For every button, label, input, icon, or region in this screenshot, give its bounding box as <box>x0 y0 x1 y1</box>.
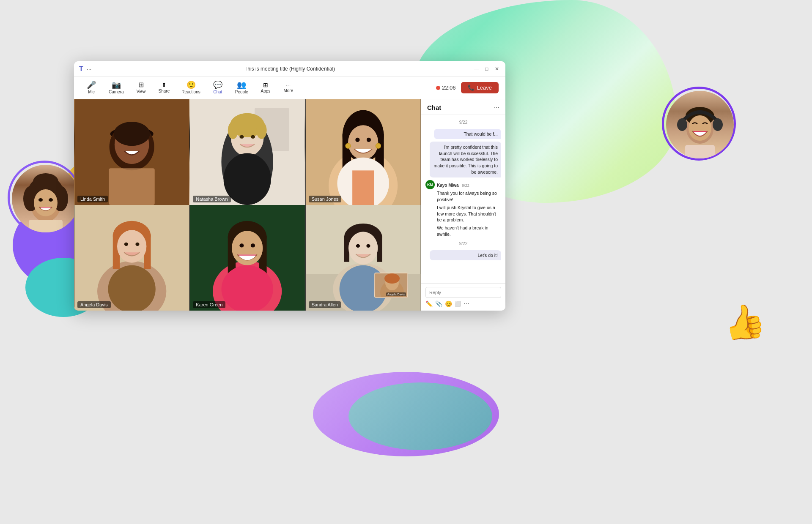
leave-icon: 📞 <box>468 85 475 91</box>
video-label-susan: Susan Jones <box>309 196 342 202</box>
toolbar-right: 22:06 📞 Leave <box>436 82 499 93</box>
svg-point-43 <box>345 143 350 148</box>
reactions-label: Reactions <box>181 90 200 94</box>
tool-share[interactable]: ⬆ Share <box>154 80 175 95</box>
chat-timestamp-2: 9/22 <box>425 241 501 246</box>
avatar-img-left <box>12 165 80 232</box>
chat-text-kayo: Thank you for always being so positive! <box>437 190 501 202</box>
chat-timestamp-1: 9/22 <box>425 120 501 125</box>
svg-point-6 <box>38 198 43 202</box>
svg-rect-14 <box>685 145 715 158</box>
video-label-angela-davis: Angela Davis <box>77 301 111 308</box>
video-label-natasha: Natasha Brown <box>193 196 230 202</box>
video-cell-angela-davis: Angela Davis <box>74 205 189 311</box>
share-icon: ⬆ <box>162 82 167 88</box>
chat-tool-format[interactable]: ⬜ <box>455 301 461 307</box>
svg-point-64 <box>240 243 244 247</box>
chat-sender-name-kayo: Kayo Miwa <box>437 183 459 188</box>
close-button[interactable]: ✕ <box>494 66 500 72</box>
inset-video-label: Angela Davis <box>386 292 406 296</box>
toolbar: 🎤 Mic 📷 Camera ⊞ View ⬆ Share 🙂 Reaction… <box>74 76 505 99</box>
video-cell-natasha: Natasha Brown <box>189 99 305 205</box>
window-controls: — □ ✕ <box>473 66 500 72</box>
chat-avatar-kayo: KM <box>425 180 435 189</box>
svg-point-56 <box>108 265 156 311</box>
svg-point-33 <box>224 153 271 205</box>
camera-label: Camera <box>109 90 124 94</box>
more-label: More <box>283 88 293 93</box>
app-window: T ··· This is meeting title (Highly Conf… <box>74 61 505 311</box>
video-cell-karen: Karen Green <box>189 205 305 311</box>
svg-point-40 <box>348 125 378 160</box>
chat-icon: 💬 <box>213 81 222 89</box>
svg-point-77 <box>366 244 370 248</box>
svg-point-55 <box>135 243 139 246</box>
svg-rect-46 <box>352 170 374 205</box>
svg-point-31 <box>240 135 244 139</box>
chat-sender-time-kayo: 9/22 <box>462 183 469 188</box>
tool-reactions[interactable]: 🙂 Reactions <box>176 79 205 96</box>
leave-button[interactable]: 📞 Leave <box>461 82 499 93</box>
video-cell-susan: Susan Jones <box>305 99 421 205</box>
svg-rect-8 <box>29 220 63 232</box>
chat-message-kayo: KM Kayo Miwa 9/22 Thank you for always b… <box>425 180 501 237</box>
chat-messages: 9/22 That would be f... I'm pretty confi… <box>421 115 505 283</box>
svg-point-22 <box>114 122 150 146</box>
chat-title: Chat <box>427 104 441 111</box>
svg-point-53 <box>117 230 146 263</box>
tool-apps[interactable]: ⊞ Apps <box>255 80 276 95</box>
reactions-icon: 🙂 <box>187 81 196 89</box>
more-icon: ··· <box>286 83 291 87</box>
mic-label: Mic <box>88 90 95 94</box>
maximize-button[interactable]: □ <box>483 66 490 72</box>
svg-point-7 <box>49 198 53 202</box>
chat-tool-pen[interactable]: ✏️ <box>425 300 433 307</box>
tool-camera[interactable]: 📷 Camera <box>104 79 129 96</box>
video-grid: Linda Smith <box>74 99 421 311</box>
svg-point-42 <box>366 138 370 142</box>
svg-point-65 <box>251 243 255 247</box>
video-cell-linda: Linda Smith <box>74 99 189 205</box>
svg-point-30 <box>256 122 266 139</box>
apps-icon: ⊞ <box>263 82 268 88</box>
svg-point-82 <box>384 273 400 284</box>
people-icon: 👥 <box>237 81 246 89</box>
view-icon: ⊞ <box>138 82 144 88</box>
chat-panel: Chat ··· 9/22 That would be f... I'm pre… <box>421 99 505 311</box>
recording-dot <box>436 86 440 90</box>
title-bar: T ··· This is meeting title (Highly Conf… <box>74 61 505 76</box>
tool-view[interactable]: ⊞ View <box>131 80 152 96</box>
camera-icon: 📷 <box>112 81 121 89</box>
svg-point-32 <box>251 135 255 139</box>
tool-chat[interactable]: 💬 Chat <box>207 79 228 96</box>
chat-more-button[interactable]: ··· <box>494 104 499 111</box>
video-cell-sandra: Angela Davis Sandra Allen <box>305 205 421 311</box>
svg-point-76 <box>356 244 359 248</box>
avatar-img-right <box>666 91 734 158</box>
chat-label: Chat <box>213 90 222 94</box>
chat-tool-emoji[interactable]: 😊 <box>445 300 452 307</box>
content-area: Linda Smith <box>74 99 505 311</box>
tool-people[interactable]: 👥 People <box>230 79 253 96</box>
bg-blob-bottom-green <box>348 382 492 450</box>
bg-blob-bottom-purple <box>313 372 499 456</box>
timer-text: 22:06 <box>442 85 456 91</box>
svg-point-41 <box>355 138 359 142</box>
chat-reply-input[interactable] <box>425 287 501 298</box>
svg-point-13 <box>689 115 711 141</box>
chat-header: Chat ··· <box>421 99 505 115</box>
teams-logo: T <box>79 65 83 73</box>
tool-mic[interactable]: 🎤 Mic <box>81 79 102 96</box>
share-label: Share <box>159 89 170 93</box>
chat-text-kayo-2: I will push Krystal to give us a few mor… <box>437 205 501 223</box>
minimize-button[interactable]: — <box>473 66 480 72</box>
svg-point-11 <box>677 118 687 131</box>
chat-tool-more[interactable]: ⋯ <box>464 300 469 307</box>
floating-avatar-right <box>666 91 734 158</box>
svg-point-44 <box>376 143 381 148</box>
svg-point-4 <box>33 173 58 190</box>
chat-text-kayo-3: We haven't had a break in awhile. <box>437 225 501 237</box>
chat-tool-attach[interactable]: 📎 <box>435 300 442 307</box>
tool-more[interactable]: ··· More <box>278 81 299 95</box>
title-bar-menu[interactable]: ··· <box>87 66 92 72</box>
